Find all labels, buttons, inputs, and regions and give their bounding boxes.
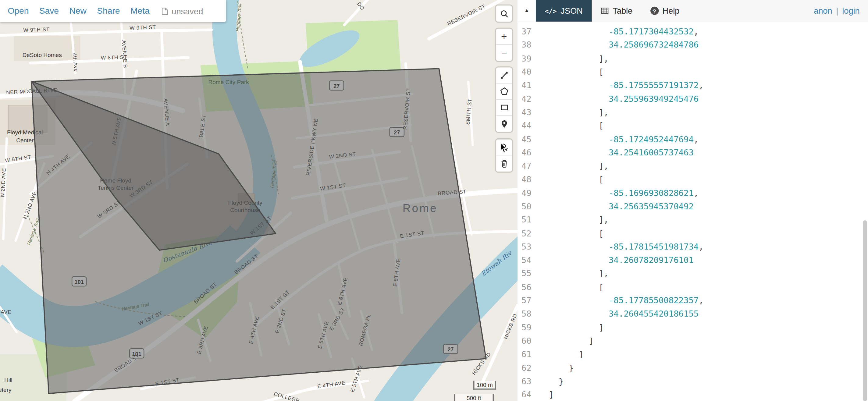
line-content: ], [538,215,609,225]
editor-line[interactable]: 64 ] [518,388,868,401]
line-number: 53 [518,242,538,252]
search-button[interactable] [496,5,512,22]
line-content: 34.25416005737463 [538,148,694,158]
editor-line[interactable]: 40 [ [518,65,868,79]
map-canvas[interactable]: 272727101101 W 9TH STW 9TH STW 8TH STDeS… [0,0,518,401]
line-content: [ [538,121,603,131]
line-number: 41 [518,81,538,91]
menu-meta[interactable]: Meta [130,6,150,16]
line-number: 43 [518,107,538,117]
scrollbar-thumb[interactable] [863,220,867,401]
line-content: -85.1696930828621, [538,188,699,198]
tab-help[interactable]: ? Help [641,0,688,22]
marker-tool-icon [499,119,508,128]
line-content: [ [538,228,603,238]
line-content: 34.260455420186155 [538,309,699,319]
map-label: Center [16,137,34,144]
map-label: W 9TH ST [23,26,50,33]
editor-line[interactable]: 37 -85.1717304432532, [518,25,868,38]
line-number: 38 [518,40,538,50]
delete-features-button[interactable] [496,155,512,172]
line-number: 45 [518,134,538,144]
editor-line[interactable]: 41 -85.17555557191372, [518,79,868,92]
auth-separator: | [836,6,838,16]
editor-line[interactable]: 63 } [518,374,868,388]
draw-line-button[interactable] [496,68,512,84]
menu-share[interactable]: Share [97,6,120,16]
editor-line[interactable]: 56 [ [518,280,868,294]
line-content: ] [538,349,584,360]
editor-line[interactable]: 62 } [518,361,868,374]
editor-line[interactable]: 53 -85.17815451981734, [518,240,868,253]
rectangle-tool-icon [499,103,508,112]
editor-line[interactable]: 50 34.25635945370492 [518,199,868,213]
document-icon [161,7,168,15]
line-content: } [538,363,574,373]
collapse-panel-button[interactable]: ▲ [518,0,536,22]
line-number: 58 [518,309,538,319]
editor-line[interactable]: 38 34.258696732484786 [518,38,868,52]
editor-line[interactable]: 47 ], [518,159,868,173]
editor-line[interactable]: 54 34.26078209176101 [518,253,868,267]
editor-line[interactable]: 43 ], [518,106,868,119]
draw-marker-button[interactable] [496,116,512,132]
menu-open[interactable]: Open [8,6,29,16]
side-panel: ▲ </> JSON Table ? Help [518,0,868,401]
line-number: 51 [518,215,538,225]
editor-line[interactable]: 57 -85.17785500822357, [518,294,868,307]
tab-table[interactable]: Table [592,0,641,22]
editor-line[interactable]: 45 -85.1724952447694, [518,132,868,146]
login-link[interactable]: login [842,6,860,16]
line-number: 39 [518,54,538,64]
tab-json[interactable]: </> JSON [536,0,592,22]
table-icon [600,7,609,15]
line-number: 64 [518,390,538,400]
menu-new[interactable]: New [69,6,87,16]
editor-line[interactable]: 55 ], [518,267,868,280]
line-content: 34.26078209176101 [538,255,694,266]
editor-line[interactable]: 60 ] [518,334,868,348]
edit-geometries-button[interactable] [496,140,512,156]
editor-line[interactable]: 49 -85.1696930828621, [518,186,868,199]
line-number: 52 [518,228,538,238]
editor-line[interactable]: 52 [ [518,227,868,240]
editor-line[interactable]: 42 34.255963949245476 [518,92,868,105]
zoom-in-button[interactable]: + [496,29,512,45]
line-number: 62 [518,363,538,373]
menu-save[interactable]: Save [39,6,59,16]
zoom-out-button[interactable]: − [496,45,512,61]
line-content: ] [538,390,554,400]
map-label: DeSoto Homes [22,52,62,58]
editor-line[interactable]: 59 ] [518,321,868,334]
editor-line[interactable]: 39 ], [518,52,868,65]
draw-rectangle-button[interactable] [496,100,512,116]
line-content: 34.255963949245476 [538,94,699,104]
editor-line[interactable]: 61 ] [518,348,868,361]
panel-tabs: </> JSON Table ? Help anon [536,0,868,22]
search-icon [499,9,508,18]
line-number: 63 [518,376,538,387]
line-number: 47 [518,161,538,171]
draw-polygon-button[interactable] [496,84,512,100]
code-icon: </> [545,7,557,14]
search-control [496,5,512,22]
line-number: 49 [518,188,538,198]
tab-json-label: JSON [560,6,583,16]
editor-line[interactable]: 51 ], [518,213,868,227]
tab-help-label: Help [662,6,679,16]
edit-geometries-icon [499,143,508,152]
editor-line[interactable]: 58 34.260455420186155 [518,307,868,320]
editor-line[interactable]: 44 [ [518,119,868,132]
json-editor[interactable]: 37 -85.1717304432532,38 34.2586967324847… [518,22,868,401]
user-link[interactable]: anon [814,6,832,16]
line-number: 40 [518,67,538,77]
line-content: [ [538,67,603,77]
editor-line[interactable]: 46 34.25416005737463 [518,146,868,159]
map-label: etery [0,387,11,393]
line-content: ] [538,336,593,346]
editor-line[interactable]: 48 [ [518,173,868,186]
line-content: ] [538,322,603,333]
line-number: 37 [518,27,538,37]
map-pane[interactable]: 272727101101 W 9TH STW 9TH STW 8TH STDeS… [0,0,518,401]
line-number: 57 [518,296,538,306]
